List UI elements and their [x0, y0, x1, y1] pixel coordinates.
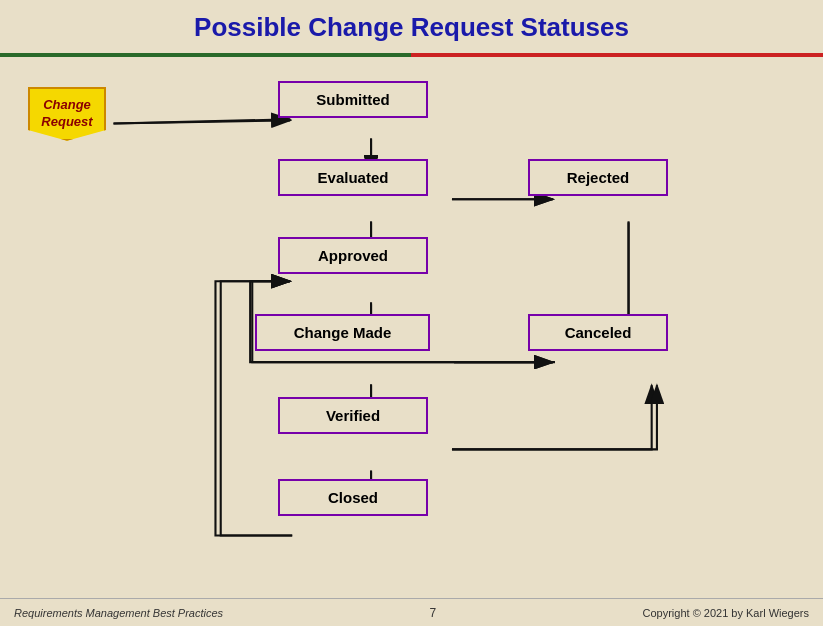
top-border [0, 53, 823, 57]
footer-right-text: Copyright © 2021 by Karl Wiegers [643, 607, 809, 619]
closed-box: Closed [278, 479, 428, 516]
footer-left-text: Requirements Management Best Practices [14, 607, 223, 619]
evaluated-box: Evaluated [278, 159, 428, 196]
approved-box: Approved [278, 237, 428, 274]
rejected-box: Rejected [528, 159, 668, 196]
verified-box: Verified [278, 397, 428, 434]
submitted-box: Submitted [278, 81, 428, 118]
slide-title: Possible Change Request Statuses [0, 12, 823, 43]
footer: Requirements Management Best Practices 7… [0, 598, 823, 626]
svg-line-12 [114, 119, 291, 123]
slide-container: Possible Change Request Statuses ChangeR… [0, 0, 823, 626]
footer-page-number: 7 [429, 606, 436, 620]
canceled-box: Canceled [528, 314, 668, 351]
content-area: ChangeRequest Submitted Evaluated Reject… [0, 59, 823, 598]
change-request-box: ChangeRequest [28, 87, 106, 141]
svg-line-1 [114, 120, 291, 123]
change-made-box: Change Made [255, 314, 430, 351]
title-area: Possible Change Request Statuses [0, 0, 823, 49]
